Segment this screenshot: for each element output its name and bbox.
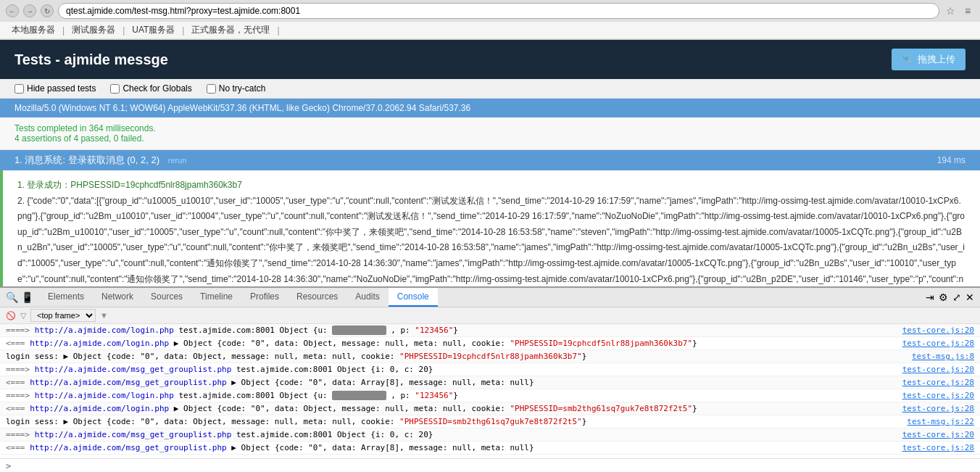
browser-info-bar: Mozilla/5.0 (Windows NT 6.1; WOW64) Appl… (0, 99, 980, 117)
console-row-3: login sess: ▶ Object {code: "0", data: O… (0, 350, 980, 363)
console-row-4-left: ====> http://a.ajmide.com/msg_get_groupl… (6, 365, 895, 374)
console-row-9-left: ====> http://a.ajmide.com/msg_get_groupl… (6, 430, 895, 439)
console-prompt-icon: > (6, 461, 11, 471)
page-title: Tests - ajmide messge (14, 51, 168, 68)
tab-resources[interactable]: Resources (288, 288, 346, 307)
test-assertions-text: 4 assertions of 4 passed, 0 failed. (14, 133, 966, 144)
hide-passed-checkbox[interactable] (14, 84, 24, 94)
upload-icon: 🔧 (902, 54, 913, 65)
console-row-6-left: ====> http://a.ajmide.com/login.php test… (6, 391, 895, 400)
check-globals-text: Check for Globals (122, 83, 191, 94)
upload-label: 拖拽上传 (918, 53, 955, 66)
hide-passed-label[interactable]: Hide passed tests (14, 83, 96, 94)
page-content: Tests - ajmide messge 🔧 拖拽上传 Hide passed… (0, 40, 980, 286)
tab-audits[interactable]: Audits (346, 288, 388, 307)
devtools-close-icon[interactable]: ✕ (966, 291, 974, 303)
console-row-10-right[interactable]: test-core.js:28 (895, 443, 974, 452)
no-try-catch-label[interactable]: No try-catch (207, 83, 266, 94)
test-output-1: 1. 登录成功：PHPSESSID=19cphcdf5nlr88jpamh360… (17, 178, 966, 194)
console-input-row: > (0, 458, 980, 472)
console-area[interactable]: ====> http://a.ajmide.com/login.php test… (0, 324, 980, 458)
console-row-5: <=== http://a.ajmide.com/msg_get_groupli… (0, 376, 980, 389)
tab-console[interactable]: Console (389, 288, 438, 307)
console-row-2: <=== http://a.ajmide.com/login.php ▶ Obj… (0, 337, 980, 350)
no-try-catch-checkbox[interactable] (207, 84, 216, 94)
frame-selector: 🚫 ▽ <top frame> ▼ (0, 307, 980, 324)
console-row-6-right[interactable]: test-core.js:20 (895, 391, 974, 400)
test-section-title: 1. 消息系统: 登录获取消息 (0, 2, 2) rerun (14, 154, 186, 167)
console-row-7-left: <=== http://a.ajmide.com/login.php ▶ Obj… (6, 404, 895, 413)
devtools: 🔍 📱 Elements Network Sources Timeline Pr… (0, 286, 980, 472)
console-row-2-left: <=== http://a.ajmide.com/login.php ▶ Obj… (6, 339, 895, 348)
browser-info-text: Mozilla/5.0 (Windows NT 6.1; WOW64) Appl… (14, 103, 470, 113)
bookmarks-bar: 本地服务器 | 测试服务器 | UAT服务器 | 正式服务器，无代理 | (0, 22, 980, 39)
sep-1: | (61, 25, 66, 36)
hide-passed-text: Hide passed tests (27, 83, 96, 94)
console-row-8-right[interactable]: test-msg.js:22 (900, 417, 974, 426)
console-row-2-right[interactable]: test-core.js:28 (895, 339, 974, 348)
test-controls: Hide passed tests Check for Globals No t… (0, 79, 980, 99)
test-output-2: 2. {"code":"0","data":[{"group_id":"u100… (17, 194, 966, 286)
tab-network[interactable]: Network (93, 288, 142, 307)
frame-select[interactable]: <top frame> (30, 309, 96, 322)
clear-console-icon[interactable]: 🚫 (6, 311, 16, 320)
console-row-6: ====> http://a.ajmide.com/login.php test… (0, 389, 980, 402)
devtools-dock-icon[interactable]: ⤢ (952, 291, 961, 303)
tab-elements[interactable]: Elements (39, 288, 93, 307)
console-row-7-right[interactable]: test-core.js:28 (895, 404, 974, 413)
test-header: Tests - ajmide messge 🔧 拖拽上传 (0, 40, 980, 79)
console-input[interactable] (14, 462, 974, 471)
check-globals-label[interactable]: Check for Globals (110, 83, 191, 94)
menu-icon[interactable]: ≡ (961, 4, 974, 17)
console-row-1-right[interactable]: test-core.js:20 (895, 326, 974, 335)
test-section-title-text: 1. 消息系统: 登录获取消息 (0, 2, 2) (14, 154, 159, 165)
frame-expand-icon[interactable]: ▼ (100, 311, 108, 320)
rerun-link[interactable]: rerun (168, 156, 187, 165)
test-time: 194 ms (937, 155, 966, 165)
sep-4: | (275, 25, 281, 36)
browser-icons: ☆ ≡ (944, 4, 974, 17)
star-icon[interactable]: ☆ (944, 4, 957, 17)
devtools-settings-icon[interactable]: ⚙ (939, 291, 948, 303)
tab-sources[interactable]: Sources (142, 288, 191, 307)
test-status: Tests completed in 364 milliseconds. 4 a… (0, 117, 980, 150)
console-row-3-right[interactable]: test-msg.js:8 (905, 352, 974, 361)
devtools-expand-icon[interactable]: ⇥ (926, 291, 934, 303)
tab-profiles[interactable]: Profiles (241, 288, 288, 307)
console-row-3-left: login sess: ▶ Object {code: "0", data: O… (6, 352, 905, 361)
filter-icon[interactable]: ▽ (20, 311, 26, 320)
console-row-4-right[interactable]: test-core.js:20 (895, 365, 974, 374)
console-row-5-left: <=== http://a.ajmide.com/msg_get_groupli… (6, 378, 895, 387)
console-row-10-left: <=== http://a.ajmide.com/msg_get_groupli… (6, 443, 895, 452)
tab-timeline[interactable]: Timeline (191, 288, 241, 307)
back-button[interactable]: ← (6, 4, 19, 17)
bookmark-local[interactable]: 本地服务器 (6, 24, 61, 36)
check-globals-checkbox[interactable] (110, 84, 120, 94)
forward-button[interactable]: → (23, 4, 36, 17)
bookmark-test[interactable]: 测试服务器 (66, 24, 121, 36)
devtools-inspect-icon[interactable]: 🔍 (6, 291, 18, 303)
sep-3: | (180, 25, 186, 36)
test-complete-text: Tests completed in 364 milliseconds. (14, 123, 966, 133)
refresh-button[interactable]: ↻ (41, 4, 54, 17)
console-row-9: ====> http://a.ajmide.com/msg_get_groupl… (0, 428, 980, 442)
console-row-7: <=== http://a.ajmide.com/login.php ▶ Obj… (0, 402, 980, 415)
console-row-10: <=== http://a.ajmide.com/msg_get_groupli… (0, 442, 980, 455)
devtools-tabs: 🔍 📱 Elements Network Sources Timeline Pr… (0, 288, 980, 307)
no-try-catch-text: No try-catch (219, 83, 266, 94)
devtools-device-icon[interactable]: 📱 (21, 291, 33, 303)
console-row-4: ====> http://a.ajmide.com/msg_get_groupl… (0, 363, 980, 376)
bookmark-uat[interactable]: UAT服务器 (126, 24, 180, 36)
console-row-8-left: login sess: ▶ Object {code: "0", data: O… (6, 417, 900, 426)
sep-2: | (121, 25, 126, 36)
bookmark-prod[interactable]: 正式服务器，无代理 (186, 24, 275, 36)
console-row-1: ====> http://a.ajmide.com/login.php test… (0, 324, 980, 337)
upload-button[interactable]: 🔧 拖拽上传 (892, 49, 966, 70)
console-row-1-left: ====> http://a.ajmide.com/login.php test… (6, 326, 895, 335)
console-row-8: login sess: ▶ Object {code: "0", data: O… (0, 415, 980, 428)
console-row-9-right[interactable]: test-core.js:20 (895, 430, 974, 439)
browser-chrome: ← → ↻ ☆ ≡ 本地服务器 | 测试服务器 | UAT服务器 | 正式服务器… (0, 0, 980, 40)
browser-toolbar: ← → ↻ ☆ ≡ (0, 0, 980, 22)
address-bar[interactable] (58, 3, 939, 19)
console-row-5-right[interactable]: test-core.js:28 (895, 378, 974, 387)
